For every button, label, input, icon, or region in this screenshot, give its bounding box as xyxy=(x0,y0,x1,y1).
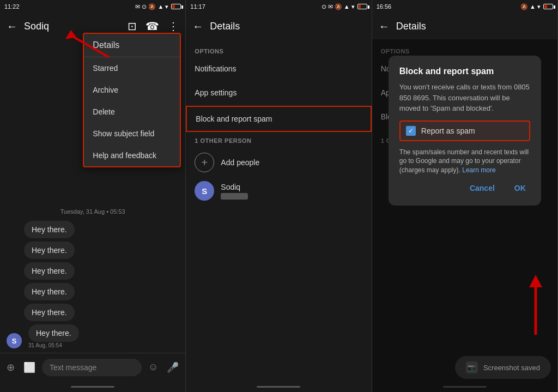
status-icons-3: 🔕 ▲ ▾ xyxy=(520,3,553,10)
add-people-row[interactable]: + Add people xyxy=(195,148,362,177)
person-name-2: Sodiq xyxy=(221,183,248,191)
time-3: 16:56 xyxy=(377,3,392,10)
mute-icon-2: 🔕 xyxy=(335,3,342,10)
contact-avatar-1: S xyxy=(7,333,22,348)
signal-icon-2: ▲ xyxy=(344,3,350,10)
cam-icon-2: ⊙ xyxy=(322,3,326,10)
people-section: 1 OTHER PERSON + Add people S Sodiq xyxy=(186,133,371,209)
add-people-label: Add people xyxy=(221,158,259,167)
wifi-icon-3: ▾ xyxy=(537,3,541,10)
text-input[interactable]: Text message xyxy=(42,359,142,376)
report-spam-label: Report as spam xyxy=(421,126,475,135)
status-bar-3: 16:56 🔕 ▲ ▾ xyxy=(372,0,557,13)
signal-icon: ▲ xyxy=(157,3,163,10)
mute-icon: 🔕 xyxy=(148,3,156,10)
dropdown-menu: Details Starred Archive Delete Show subj… xyxy=(83,33,181,167)
dialog-box: Block and report spam You won't receive … xyxy=(389,56,541,206)
mic-icon[interactable]: 🎤 xyxy=(165,359,181,376)
wifi-icon-2: ▾ xyxy=(351,3,355,10)
report-spam-row[interactable]: ✓ Report as spam xyxy=(399,120,530,141)
dropdown-details[interactable]: Details xyxy=(84,34,180,57)
dialog-extra-text: The spam/sales number and recent texts w… xyxy=(399,148,530,175)
details-title-2: Details xyxy=(210,21,367,32)
panel-details: 11:17 ⊙ ✉ 🔕 ▲ ▾ ← Details OPTIONS Notifi… xyxy=(186,0,372,392)
options-label-2: OPTIONS xyxy=(186,39,371,57)
attach-icon[interactable]: ⊕ xyxy=(4,359,17,376)
dropdown-subject[interactable]: Show subject field xyxy=(84,123,180,144)
cancel-button[interactable]: Cancel xyxy=(465,182,499,195)
person-phone-blur xyxy=(221,193,248,200)
input-placeholder: Text message xyxy=(50,363,96,372)
contact-name: Sodiq xyxy=(24,21,121,32)
status-bar-1: 11:22 ✉ ⊙ 🔕 ▲ ▾ xyxy=(0,0,185,13)
back-button-3[interactable]: ← xyxy=(377,18,392,35)
battery-icon xyxy=(171,4,181,9)
status-bar-2: 11:17 ⊙ ✉ 🔕 ▲ ▾ xyxy=(186,0,371,13)
status-icons-1: ✉ ⊙ 🔕 ▲ ▾ xyxy=(135,3,181,10)
contact-avatar-2: S xyxy=(195,181,214,201)
menu-notifications-2[interactable]: Notifications xyxy=(186,57,371,81)
dropdown-archive[interactable]: Archive xyxy=(84,79,180,101)
cam-icon: ⊙ xyxy=(142,3,147,10)
msg-bubble-5: Hey there. xyxy=(24,304,75,321)
time-1: 11:22 xyxy=(4,3,20,10)
details-content-2: OPTIONS Notifications App settings Block… xyxy=(186,39,371,381)
gif-icon[interactable]: ⬜ xyxy=(21,359,38,376)
time-2: 11:17 xyxy=(190,3,205,10)
add-people-icon: + xyxy=(195,153,214,172)
top-bar-3: ← Details xyxy=(372,13,557,39)
status-icons-2: ⊙ ✉ 🔕 ▲ ▾ xyxy=(322,3,367,10)
back-button-1[interactable]: ← xyxy=(4,18,20,35)
msg-bubble-2: Hey there. xyxy=(24,242,75,259)
mute-icon-3: 🔕 xyxy=(520,3,528,10)
dropdown-help[interactable]: Help and feedback xyxy=(84,144,180,166)
dialog-body: You won't receive calls or texts from 08… xyxy=(399,82,530,114)
emoji-icon[interactable]: ☺ xyxy=(146,359,160,375)
msg-bubble-4: Hey there. xyxy=(24,283,75,300)
back-button-2[interactable]: ← xyxy=(190,18,205,35)
dialog-overlay: Block and report spam You won't receive … xyxy=(372,39,557,392)
people-label: 1 OTHER PERSON xyxy=(195,137,362,144)
date-divider: Tuesday, 31 Aug • 05:53 xyxy=(7,208,179,215)
dialog-buttons: Cancel OK xyxy=(399,182,530,195)
panel-details-dialog: 16:56 🔕 ▲ ▾ ← Details OPTIONS Notificati… xyxy=(372,0,558,392)
top-bar-2: ← Details xyxy=(186,13,371,39)
menu-app-settings-2[interactable]: App settings xyxy=(186,81,371,105)
input-bar: ⊕ ⬜ Text message ☺ 🎤 xyxy=(0,353,185,381)
msg-icon-2: ✉ xyxy=(328,3,333,10)
msg-icon: ✉ xyxy=(135,3,140,10)
nav-indicator-1 xyxy=(71,386,114,388)
report-spam-checkbox[interactable]: ✓ xyxy=(406,126,416,136)
nav-indicator-2 xyxy=(257,386,300,388)
msg-bubble-1: Hey there. xyxy=(24,221,75,238)
dropdown-starred[interactable]: Starred xyxy=(84,57,180,79)
msg-bubble-6: Hey there. xyxy=(28,324,79,342)
msg-bubble-3: Hey there. xyxy=(24,262,75,280)
menu-block-spam-2[interactable]: Block and report spam xyxy=(186,106,371,132)
battery-icon-3 xyxy=(543,4,553,9)
dropdown-delete[interactable]: Delete xyxy=(84,101,180,123)
battery-icon-2 xyxy=(357,4,367,9)
learn-more-link[interactable]: Learn more xyxy=(462,166,495,174)
nav-bar-1 xyxy=(0,381,185,392)
ok-button[interactable]: OK xyxy=(510,182,530,195)
msg-timestamp: 31 Aug, 05:54 xyxy=(28,342,79,348)
nav-bar-2 xyxy=(186,381,371,392)
panel-messages: 11:22 ✉ ⊙ 🔕 ▲ ▾ ← Sodiq ⊡ ☎ ⋮ Details St… xyxy=(0,0,186,392)
dialog-title: Block and report spam xyxy=(399,67,530,76)
signal-icon-3: ▲ xyxy=(530,3,536,10)
sodiq-row: S Sodiq xyxy=(195,177,362,205)
details-title-3: Details xyxy=(396,21,553,32)
wifi-icon: ▾ xyxy=(165,3,168,10)
